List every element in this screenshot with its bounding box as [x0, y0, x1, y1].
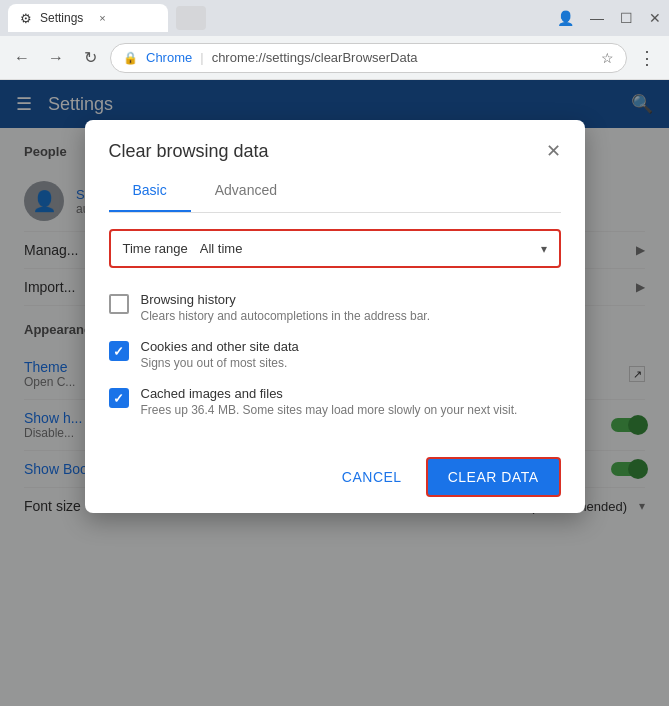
cookies-checkbox[interactable]: [109, 341, 129, 361]
browser-tab[interactable]: ⚙ Settings ×: [8, 4, 168, 32]
time-range-arrow-icon: ▾: [541, 242, 547, 256]
time-range-selector[interactable]: Time range All time Last hour Last 24 ho…: [109, 229, 561, 268]
browsing-history-label: Browsing history: [141, 292, 431, 307]
cached-label: Cached images and files: [141, 386, 518, 401]
cached-row: Cached images and files Frees up 36.4 MB…: [109, 378, 561, 425]
cached-description: Frees up 36.4 MB. Some sites may load mo…: [141, 403, 518, 417]
title-bar: ⚙ Settings × 👤 — ☐ ✕: [0, 0, 669, 36]
cookies-text: Cookies and other site data Signs you ou…: [141, 339, 299, 370]
account-icon[interactable]: 👤: [557, 10, 574, 26]
tab-title: Settings: [40, 11, 83, 25]
browsing-history-row: Browsing history Clears history and auto…: [109, 284, 561, 331]
browser-menu-button[interactable]: ⋮: [633, 44, 661, 72]
cookies-row: Cookies and other site data Signs you ou…: [109, 331, 561, 378]
close-button[interactable]: ✕: [649, 10, 661, 26]
dialog-header: Clear browsing data ✕: [85, 120, 585, 162]
cached-text: Cached images and files Frees up 36.4 MB…: [141, 386, 518, 417]
tab-settings-icon: ⚙: [20, 11, 32, 26]
dialog-close-button[interactable]: ✕: [546, 140, 561, 162]
modal-overlay: Clear browsing data ✕ Basic Advanced Tim…: [0, 80, 669, 706]
dialog-footer: CANCEL CLEAR DATA: [85, 441, 585, 513]
address-path: chrome://settings/clearBrowserData: [212, 50, 418, 65]
clear-browsing-data-dialog: Clear browsing data ✕ Basic Advanced Tim…: [85, 120, 585, 513]
address-site: Chrome: [146, 50, 192, 65]
browsing-history-text: Browsing history Clears history and auto…: [141, 292, 431, 323]
browser-frame: ⚙ Settings × 👤 — ☐ ✕ ← → ↻ 🔒 Chrome | ch…: [0, 0, 669, 706]
settings-page: ☰ Settings 🔍 People 👤 Sign in to Chrome …: [0, 80, 669, 706]
dialog-title: Clear browsing data: [109, 141, 269, 162]
tab-close-button[interactable]: ×: [99, 12, 105, 24]
cookies-label: Cookies and other site data: [141, 339, 299, 354]
clear-data-button[interactable]: CLEAR DATA: [426, 457, 561, 497]
refresh-button[interactable]: ↻: [76, 44, 104, 72]
cookies-description: Signs you out of most sites.: [141, 356, 299, 370]
time-range-dropdown[interactable]: All time Last hour Last 24 hours Last 7 …: [200, 241, 541, 256]
bookmark-star-icon[interactable]: ☆: [601, 50, 614, 66]
forward-button[interactable]: →: [42, 44, 70, 72]
address-bar[interactable]: 🔒 Chrome | chrome://settings/clearBrowse…: [110, 43, 627, 73]
lock-icon: 🔒: [123, 51, 138, 65]
dialog-body: Time range All time Last hour Last 24 ho…: [85, 213, 585, 441]
dialog-tabs: Basic Advanced: [109, 170, 561, 213]
nav-bar: ← → ↻ 🔒 Chrome | chrome://settings/clear…: [0, 36, 669, 80]
new-tab-button[interactable]: [176, 6, 206, 30]
tab-advanced[interactable]: Advanced: [191, 170, 301, 212]
browsing-history-description: Clears history and autocompletions in th…: [141, 309, 431, 323]
tab-basic[interactable]: Basic: [109, 170, 191, 212]
time-range-label: Time range: [123, 241, 188, 256]
window-controls: 👤 — ☐ ✕: [557, 10, 661, 26]
cached-checkbox[interactable]: [109, 388, 129, 408]
minimize-button[interactable]: —: [590, 10, 604, 26]
back-button[interactable]: ←: [8, 44, 36, 72]
restore-button[interactable]: ☐: [620, 10, 633, 26]
address-separator: |: [200, 50, 203, 65]
cancel-button[interactable]: CANCEL: [326, 461, 418, 493]
browsing-history-checkbox[interactable]: [109, 294, 129, 314]
